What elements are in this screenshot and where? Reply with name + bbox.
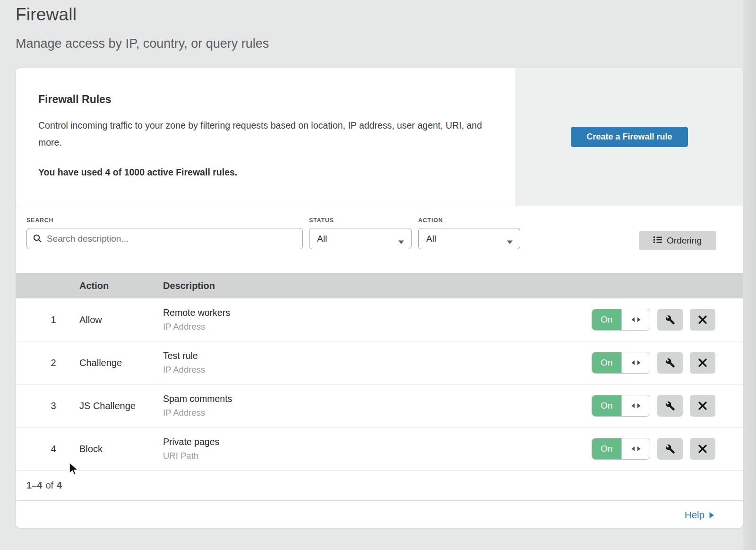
edit-rule-button[interactable]: [657, 309, 683, 331]
rule-action: JS Challenge: [79, 401, 163, 411]
rule-toggle: On: [592, 395, 650, 417]
close-icon: [698, 445, 707, 453]
table-header-action: Action: [79, 280, 163, 291]
rules-summary-text: Firewall Rules Control incoming traffic …: [16, 68, 515, 206]
filters-bar: SEARCH STATUS All ACTION: [16, 206, 743, 273]
ordered-list-icon: [653, 236, 662, 246]
action-filter-group: ACTION All: [418, 217, 520, 249]
reorder-arrows-handle[interactable]: [621, 395, 650, 416]
table-row: 2 Challenge Test rule IP Address On: [16, 341, 743, 384]
left-right-arrows-icon: [631, 317, 641, 323]
status-select-value: All: [317, 234, 327, 244]
delete-rule-button[interactable]: [690, 309, 715, 331]
rule-action: Challenge: [79, 358, 163, 368]
table-row: 4 Block Private pages URI Path On: [16, 428, 743, 471]
create-firewall-rule-button[interactable]: Create a Firewall rule: [571, 127, 688, 147]
status-select[interactable]: All: [309, 228, 412, 249]
delete-rule-button[interactable]: [690, 438, 715, 460]
toggle-on-button[interactable]: On: [592, 309, 621, 330]
reorder-arrows-handle[interactable]: [621, 438, 650, 459]
help-link-label: Help: [685, 509, 704, 521]
rule-priority: 1: [16, 314, 79, 325]
help-link[interactable]: Help: [685, 509, 714, 521]
rule-match-type: IP Address: [163, 322, 592, 332]
search-label: SEARCH: [26, 217, 303, 224]
wrench-icon: [665, 358, 675, 368]
table-row: 1 Allow Remote workers IP Address On: [16, 298, 743, 341]
reorder-arrows-handle[interactable]: [621, 352, 650, 373]
rule-toggle: On: [592, 352, 650, 374]
rules-usage-note: You have used 4 of 1000 active Firewall …: [38, 167, 482, 178]
edit-rule-button[interactable]: [657, 352, 683, 374]
edit-rule-button[interactable]: [657, 395, 683, 417]
rule-action: Block: [79, 444, 163, 454]
rule-toggle: On: [592, 438, 650, 460]
rule-priority: 2: [16, 358, 79, 368]
search-filter-group: SEARCH: [26, 217, 303, 249]
wrench-icon: [665, 444, 675, 454]
rule-match-type: URI Path: [163, 451, 592, 461]
left-right-arrows-icon: [631, 360, 641, 366]
pagination-range: 1–4: [26, 480, 42, 491]
action-select-value: All: [426, 234, 436, 244]
status-filter-group: STATUS All: [309, 217, 412, 249]
rule-description: Spam comments: [163, 393, 592, 404]
page-title: Firewall: [16, 5, 269, 25]
search-icon: [33, 234, 42, 245]
page-subtitle: Manage access by IP, country, or query r…: [16, 36, 269, 51]
page-header: Firewall Manage access by IP, country, o…: [16, 5, 269, 51]
delete-rule-button[interactable]: [690, 395, 715, 417]
create-rule-panel: Create a Firewall rule: [515, 68, 743, 206]
action-label: ACTION: [418, 217, 520, 224]
table-header: Action Description: [16, 273, 743, 298]
wrench-icon: [665, 315, 675, 325]
reorder-arrows-handle[interactable]: [621, 309, 650, 330]
rule-description: Private pages: [163, 437, 592, 447]
delete-rule-button[interactable]: [690, 352, 715, 374]
rules-card-title: Firewall Rules: [38, 93, 482, 106]
rule-toggle: On: [592, 309, 650, 331]
rule-description: Remote workers: [163, 307, 592, 318]
rule-action: Allow: [79, 314, 163, 325]
ordering-button-label: Ordering: [667, 236, 702, 246]
rule-description: Test rule: [163, 350, 592, 361]
pagination-of-label: of: [45, 480, 53, 491]
arrow-right-icon: [709, 512, 714, 519]
close-icon: [698, 315, 707, 324]
toggle-on-button[interactable]: On: [592, 438, 621, 459]
page-edge-gutter: [743, 0, 756, 550]
firewall-rules-card: Firewall Rules Control incoming traffic …: [16, 68, 743, 528]
card-footer: Help: [16, 500, 743, 528]
left-right-arrows-icon: [631, 446, 641, 452]
close-icon: [698, 402, 707, 410]
toggle-on-button[interactable]: On: [592, 395, 621, 416]
rule-priority: 3: [16, 401, 79, 411]
left-right-arrows-icon: [631, 403, 641, 409]
toggle-on-button[interactable]: On: [592, 352, 621, 373]
search-input[interactable]: [26, 228, 303, 249]
edit-rule-button[interactable]: [657, 438, 683, 460]
firewall-page: Firewall Manage access by IP, country, o…: [0, 0, 756, 550]
table-row: 3 JS Challenge Spam comments IP Address …: [16, 384, 743, 428]
chevron-down-icon: [507, 236, 513, 247]
pagination-total: 4: [57, 480, 62, 491]
table-header-description: Description: [163, 280, 592, 291]
rules-summary-section: Firewall Rules Control incoming traffic …: [16, 68, 743, 206]
rule-match-type: IP Address: [163, 365, 592, 375]
rule-match-type: IP Address: [163, 408, 592, 418]
action-select[interactable]: All: [418, 228, 520, 249]
pagination: 1–4 of 4: [16, 471, 743, 500]
wrench-icon: [665, 401, 675, 411]
ordering-button[interactable]: Ordering: [639, 231, 716, 250]
close-icon: [698, 358, 707, 367]
rules-card-description: Control incoming traffic to your zone by…: [38, 117, 482, 151]
rule-priority: 4: [16, 444, 79, 454]
chevron-down-icon: [398, 236, 404, 247]
status-label: STATUS: [309, 217, 412, 224]
